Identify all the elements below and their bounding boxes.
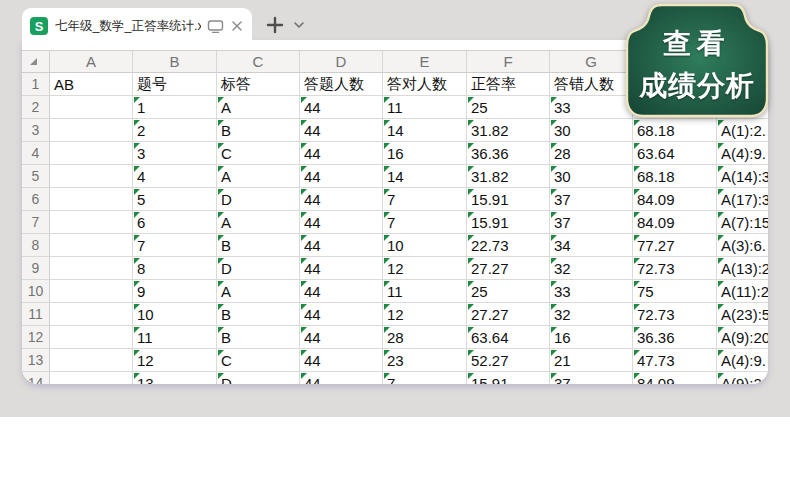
cell-E14[interactable]: 7 [383,372,467,384]
cell-H6[interactable]: 84.09 [633,188,717,211]
cell-B11[interactable]: 10 [133,303,217,326]
column-header-E[interactable]: E [383,51,467,73]
cell-G11[interactable]: 32 [550,303,633,326]
cell-I4[interactable]: A(4):9. [717,142,768,165]
column-header-G[interactable]: G [550,51,633,73]
row-header-10[interactable]: 10 [22,280,50,303]
cell-H4[interactable]: 63.64 [633,142,717,165]
cell-A2[interactable] [50,96,133,119]
cell-A13[interactable] [50,349,133,372]
cell-B3[interactable]: 2 [133,119,217,142]
cell-A6[interactable] [50,188,133,211]
document-tab[interactable]: S 七年级_数学_正答率统计.xls [22,8,252,44]
cell-C7[interactable]: A [217,211,300,234]
cell-A3[interactable] [50,119,133,142]
cell-A9[interactable] [50,257,133,280]
cell-B1[interactable]: 题号 [133,73,217,96]
cell-B9[interactable]: 8 [133,257,217,280]
row-header-5[interactable]: 5 [22,165,50,188]
cell-F1[interactable]: 正答率 [467,73,550,96]
cell-E5[interactable]: 14 [383,165,467,188]
cell-G7[interactable]: 37 [550,211,633,234]
cell-C3[interactable]: B [217,119,300,142]
cell-H13[interactable]: 47.73 [633,349,717,372]
cell-F12[interactable]: 63.64 [467,326,550,349]
column-header-F[interactable]: F [467,51,550,73]
cell-B14[interactable]: 13 [133,372,217,384]
cell-G5[interactable]: 30 [550,165,633,188]
cell-A7[interactable] [50,211,133,234]
cell-C12[interactable]: B [217,326,300,349]
cell-I6[interactable]: A(17):3 [717,188,768,211]
cell-B12[interactable]: 11 [133,326,217,349]
cell-D7[interactable]: 44 [300,211,383,234]
cell-E3[interactable]: 14 [383,119,467,142]
cell-D9[interactable]: 44 [300,257,383,280]
cell-F11[interactable]: 27.27 [467,303,550,326]
cell-G13[interactable]: 21 [550,349,633,372]
cell-E9[interactable]: 12 [383,257,467,280]
cell-C1[interactable]: 标答 [217,73,300,96]
cell-F6[interactable]: 15.91 [467,188,550,211]
cell-C9[interactable]: D [217,257,300,280]
cell-B7[interactable]: 6 [133,211,217,234]
cell-D2[interactable]: 44 [300,96,383,119]
view-score-analysis-badge[interactable]: 查看 成绩分析 [623,2,771,124]
cell-G14[interactable]: 37 [550,372,633,384]
cell-E2[interactable]: 11 [383,96,467,119]
cell-G2[interactable]: 33 [550,96,633,119]
cell-C14[interactable]: D [217,372,300,384]
cell-C6[interactable]: D [217,188,300,211]
row-header-7[interactable]: 7 [22,211,50,234]
cell-B5[interactable]: 4 [133,165,217,188]
cell-D3[interactable]: 44 [300,119,383,142]
cell-H12[interactable]: 36.36 [633,326,717,349]
cell-C8[interactable]: B [217,234,300,257]
new-tab-plus-icon[interactable] [264,14,286,36]
cell-I7[interactable]: A(7):15 [717,211,768,234]
cell-H9[interactable]: 72.73 [633,257,717,280]
cell-C10[interactable]: A [217,280,300,303]
cell-B8[interactable]: 7 [133,234,217,257]
cell-D4[interactable]: 44 [300,142,383,165]
cell-E10[interactable]: 11 [383,280,467,303]
cell-D13[interactable]: 44 [300,349,383,372]
row-header-3[interactable]: 3 [22,119,50,142]
cell-G9[interactable]: 32 [550,257,633,280]
cell-D10[interactable]: 44 [300,280,383,303]
row-header-9[interactable]: 9 [22,257,50,280]
cell-F5[interactable]: 31.82 [467,165,550,188]
cell-F2[interactable]: 25 [467,96,550,119]
cell-D8[interactable]: 44 [300,234,383,257]
cell-G10[interactable]: 33 [550,280,633,303]
row-header-11[interactable]: 11 [22,303,50,326]
cell-F10[interactable]: 25 [467,280,550,303]
row-header-2[interactable]: 2 [22,96,50,119]
row-header-12[interactable]: 12 [22,326,50,349]
cell-H11[interactable]: 72.73 [633,303,717,326]
cell-A8[interactable] [50,234,133,257]
cell-A12[interactable] [50,326,133,349]
cell-E11[interactable]: 12 [383,303,467,326]
cell-E4[interactable]: 16 [383,142,467,165]
cell-F13[interactable]: 52.27 [467,349,550,372]
cell-I12[interactable]: A(9):20 [717,326,768,349]
cell-D5[interactable]: 44 [300,165,383,188]
cell-C4[interactable]: C [217,142,300,165]
cell-H14[interactable]: 84.09 [633,372,717,384]
cell-B13[interactable]: 12 [133,349,217,372]
cell-I13[interactable]: A(4):9. [717,349,768,372]
cell-G4[interactable]: 28 [550,142,633,165]
cell-A11[interactable] [50,303,133,326]
cell-B4[interactable]: 3 [133,142,217,165]
cell-F7[interactable]: 15.91 [467,211,550,234]
cell-H5[interactable]: 68.18 [633,165,717,188]
cell-F9[interactable]: 27.27 [467,257,550,280]
cell-C2[interactable]: A [217,96,300,119]
row-header-1[interactable]: 1 [22,73,50,96]
cell-F3[interactable]: 31.82 [467,119,550,142]
cell-I8[interactable]: A(3):6. [717,234,768,257]
cell-A1[interactable]: AB [50,73,133,96]
cell-H8[interactable]: 77.27 [633,234,717,257]
cell-H7[interactable]: 84.09 [633,211,717,234]
